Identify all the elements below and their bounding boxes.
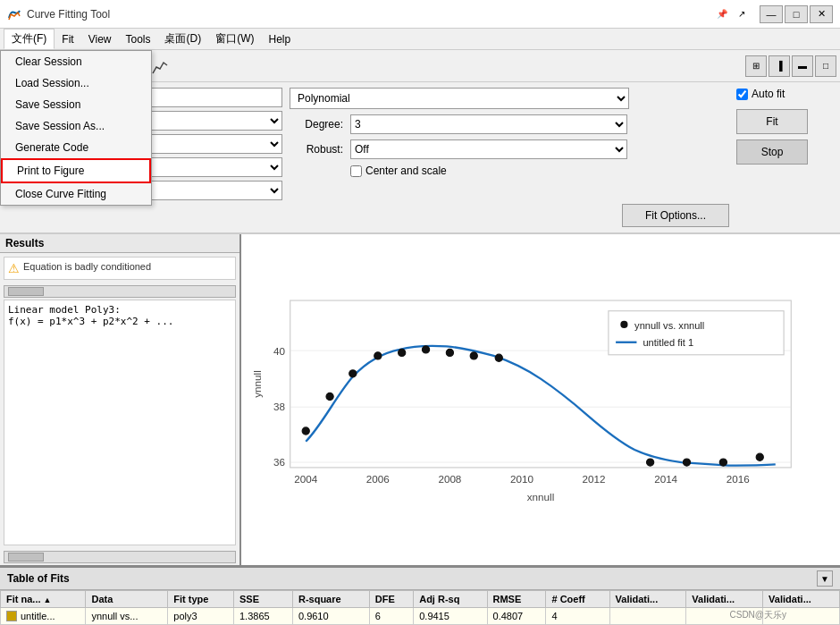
undock-btn[interactable]: ↗: [733, 5, 751, 23]
menu-item-generate-code[interactable]: Generate Code: [1, 137, 151, 158]
bottom-scrollbar-thumb[interactable]: [8, 553, 44, 562]
svg-text:ynnull vs. xnnull: ynnull vs. xnnull: [634, 320, 704, 331]
center-scale-row: Center and scale: [290, 165, 729, 177]
menu-item-save-session-as[interactable]: Save Session As...: [1, 115, 151, 137]
col-validati3[interactable]: Validati...: [763, 591, 840, 608]
robust-label: Robust:: [290, 143, 343, 156]
cell-fit-type: poly3: [168, 608, 234, 625]
fits-table: Fit na... ▲ Data Fit type SSE R-square D…: [0, 590, 840, 625]
auto-fit-checkbox[interactable]: [736, 89, 748, 100]
window-controls: 📌 ↗ — □ ✕: [713, 5, 833, 23]
svg-text:38: 38: [273, 401, 285, 412]
svg-text:2006: 2006: [366, 473, 390, 485]
layout-grid-btn[interactable]: ⊞: [745, 55, 767, 77]
results-text: Linear model Poly3: f(x) = p1*x^3 + p2*x…: [4, 300, 236, 545]
close-button[interactable]: ✕: [810, 5, 833, 23]
menu-item-clear-session[interactable]: Clear Session: [1, 51, 151, 72]
menu-view[interactable]: View: [81, 31, 119, 47]
svg-text:2010: 2010: [510, 473, 533, 485]
col-fit-type[interactable]: Fit type: [168, 591, 234, 608]
scrollbar-thumb[interactable]: [8, 287, 44, 296]
col-data[interactable]: Data: [86, 591, 168, 608]
degree-row: Degree: 3: [290, 114, 729, 134]
chart-svg: 40 38 36 2004 2006 2008 2010 2012 2014 2…: [248, 241, 833, 558]
svg-point-23: [302, 427, 309, 435]
svg-text:2008: 2008: [438, 473, 461, 485]
menu-file[interactable]: 文件(F): [4, 29, 55, 49]
svg-text:40: 40: [273, 345, 285, 357]
cell-sse: 1.3865: [234, 608, 293, 625]
cell-fit-name: untitle...: [1, 608, 86, 625]
menu-item-load-session[interactable]: Load Session...: [1, 72, 151, 94]
degree-label: Degree:: [290, 118, 343, 131]
col-adj-rsq[interactable]: Adj R-sq: [414, 591, 487, 608]
fit-type-row: Polynomial: [290, 88, 729, 109]
menu-item-close-curve-fitting[interactable]: Close Curve Fitting: [1, 183, 151, 205]
fit-button[interactable]: Fit: [736, 109, 808, 134]
menu-window[interactable]: 窗口(W): [208, 30, 261, 48]
results-bottom-scrollbar[interactable]: [4, 551, 236, 563]
svg-rect-36: [609, 311, 784, 355]
cell-validati1: [609, 608, 686, 625]
col-dfe[interactable]: DFE: [369, 591, 413, 608]
minimize-button[interactable]: —: [760, 5, 783, 23]
col-validati2[interactable]: Validati...: [686, 591, 763, 608]
svg-point-37: [620, 321, 627, 328]
results-scrollbar[interactable]: [4, 285, 236, 298]
stop-button[interactable]: Stop: [736, 139, 808, 165]
svg-text:36: 36: [273, 456, 285, 468]
svg-point-27: [399, 349, 406, 356]
auto-fit-label: Auto fit: [752, 88, 785, 100]
svg-text:ynnull: ynnull: [251, 370, 263, 397]
col-validati1[interactable]: Validati...: [609, 591, 686, 608]
file-dropdown-menu: Clear Session Load Session... Save Sessi…: [0, 50, 152, 206]
svg-text:2014: 2014: [654, 473, 677, 485]
col-coeff[interactable]: # Coeff: [546, 591, 609, 608]
col-sse[interactable]: SSE: [234, 591, 293, 608]
results-panel: Results ⚠ Equation is badly conditioned …: [0, 234, 241, 565]
menu-help[interactable]: Help: [261, 31, 298, 47]
center-scale-label: Center and scale: [365, 165, 447, 177]
fit-name-value: untitle...: [21, 611, 55, 621]
menu-desktop[interactable]: 桌面(D): [157, 30, 208, 48]
layout-buttons: ⊞ ▐ ▬ □: [745, 55, 836, 77]
results-warning: ⚠ Equation is badly conditioned: [4, 257, 236, 280]
auto-fit-area: Auto fit Fit Stop: [736, 88, 835, 227]
menu-item-print-to-figure[interactable]: Print to Figure: [1, 158, 151, 183]
table-panel: Table of Fits ▼ Fit na... ▲ Data Fit typ…: [0, 567, 840, 625]
title-bar: Curve Fitting Tool 📌 ↗ — □ ✕: [0, 0, 840, 29]
col-fit-name[interactable]: Fit na... ▲: [1, 591, 86, 608]
fit-type-select[interactable]: Polynomial: [290, 88, 629, 109]
table-scroll-button[interactable]: ▼: [817, 570, 833, 587]
svg-point-32: [647, 459, 654, 466]
robust-select[interactable]: Off: [350, 139, 627, 159]
middle-panel: Results ⚠ Equation is badly conditioned …: [0, 234, 840, 567]
menu-fit[interactable]: Fit: [55, 31, 80, 47]
layout-row-btn[interactable]: ▬: [792, 55, 813, 77]
col-rmse[interactable]: RMSE: [487, 591, 546, 608]
fit-options-button[interactable]: Fit Options...: [622, 204, 729, 227]
degree-select[interactable]: 3: [350, 114, 627, 134]
svg-text:untitled fit 1: untitled fit 1: [643, 337, 693, 348]
svg-text:2004: 2004: [294, 473, 317, 485]
svg-point-30: [470, 352, 477, 359]
svg-text:2016: 2016: [727, 473, 750, 485]
layout-col-btn[interactable]: ▐: [769, 55, 790, 77]
pin-btn[interactable]: 📌: [713, 5, 731, 23]
svg-point-34: [719, 459, 727, 466]
cell-coeff: 4: [546, 608, 609, 625]
app-icon: [7, 7, 21, 21]
table-header-bar: Table of Fits ▼: [0, 568, 840, 590]
maximize-button[interactable]: □: [785, 5, 808, 23]
table-row: untitle... ynnull vs... poly3 1.3865 0.9…: [1, 608, 840, 625]
center-scale-checkbox[interactable]: [350, 165, 362, 177]
cell-rmse: 0.4807: [487, 608, 546, 625]
menu-item-save-session[interactable]: Save Session: [1, 94, 151, 115]
cell-rsquare: 0.9610: [292, 608, 369, 625]
formula-text: f(x) = p1*x^3 + p2*x^2 + ...: [8, 316, 231, 327]
col-rsquare[interactable]: R-square: [292, 591, 369, 608]
layout-full-btn[interactable]: □: [815, 55, 836, 77]
menu-tools[interactable]: Tools: [118, 31, 157, 47]
svg-text:xnnull: xnnull: [527, 491, 554, 503]
svg-point-35: [756, 453, 763, 460]
